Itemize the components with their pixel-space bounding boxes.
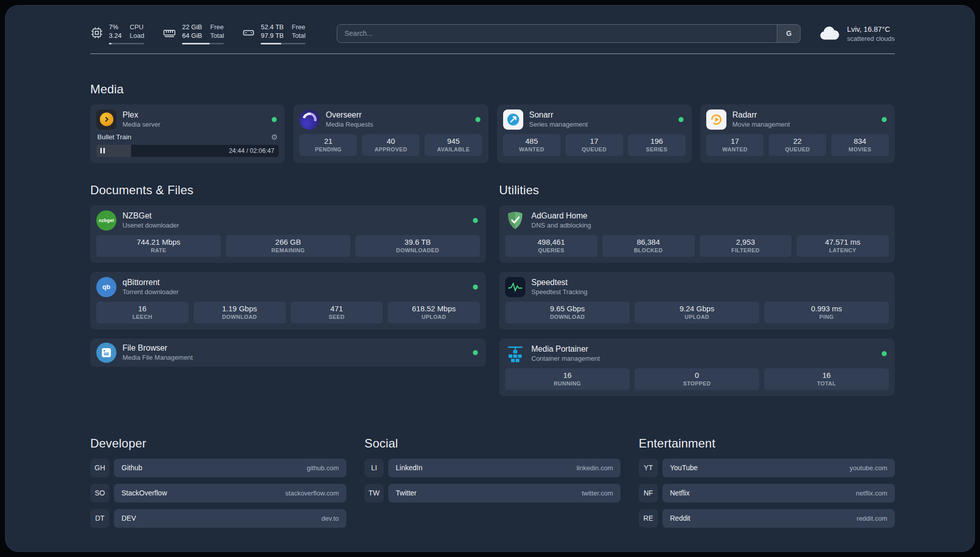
weather-condition: scattered clouds bbox=[847, 35, 895, 42]
status-dot bbox=[473, 285, 478, 290]
stat-value: 485 bbox=[505, 137, 559, 145]
stat-value: 21 bbox=[301, 137, 355, 145]
status-dot bbox=[272, 117, 277, 122]
stat-label: WANTED bbox=[708, 146, 762, 152]
stat-series: 196 SERIES bbox=[628, 134, 686, 156]
bookmark-reddit[interactable]: RE Reddit reddit.com bbox=[639, 509, 895, 528]
stat-label: STOPPED bbox=[637, 380, 757, 386]
stat-value: 1.19 Gbps bbox=[196, 304, 284, 313]
service-name: File Browser bbox=[122, 343, 467, 354]
stat-movies: 834 MOVIES bbox=[831, 134, 889, 156]
topbar: 7% 3.24 CPU Load bbox=[90, 23, 895, 44]
stat-value: 47.571 ms bbox=[799, 238, 887, 246]
pause-icon[interactable] bbox=[100, 148, 105, 153]
stat-upload: 618.52 Mbps UPLOAD bbox=[388, 302, 480, 323]
bookmark-domain: linkedin.com bbox=[577, 464, 613, 472]
qbittorrent-icon-text: qb bbox=[102, 283, 110, 291]
section-title-utilities: Utilities bbox=[499, 183, 895, 197]
bookmark-linkedin[interactable]: LI LinkedIn linkedin.com bbox=[364, 459, 621, 477]
cpu-label: CPU bbox=[130, 23, 144, 32]
stat-label: APPROVED bbox=[364, 146, 417, 152]
service-subtitle: Media Requests bbox=[326, 121, 469, 129]
stat-upload: 9.24 Gbps UPLOAD bbox=[635, 302, 759, 323]
stat-label: SEED bbox=[293, 314, 381, 320]
bookmark-youtube[interactable]: YT YouTube youtube.com bbox=[639, 459, 895, 477]
bookmark-dev[interactable]: DT DEV dev.to bbox=[90, 509, 346, 528]
bookmark-abbr: NF bbox=[639, 484, 658, 503]
disk-free-label: Free bbox=[292, 23, 305, 32]
weather-widget: Lviv, 16.87°C scattered clouds bbox=[818, 24, 895, 43]
service-card-plex[interactable]: Plex Media server Bullet Train ⚙ 24:44 /… bbox=[90, 104, 285, 163]
nzbget-icon-text: nzbget bbox=[99, 218, 114, 223]
stat-value: 17 bbox=[708, 137, 762, 145]
stat-label: PENDING bbox=[301, 146, 355, 152]
stat-wanted: 17 WANTED bbox=[706, 134, 764, 156]
stat-label: WANTED bbox=[505, 146, 559, 152]
weather-location: Lviv, 16.87°C bbox=[847, 25, 895, 35]
stat-approved: 40 APPROVED bbox=[362, 134, 419, 156]
stat-value: 0 bbox=[637, 371, 757, 379]
service-subtitle: Movie management bbox=[732, 121, 876, 129]
stat-value: 16 bbox=[98, 304, 187, 313]
stat-value: 618.52 Mbps bbox=[390, 304, 478, 313]
stat-value: 834 bbox=[833, 137, 887, 145]
memory-total-label: Total bbox=[210, 32, 224, 40]
bookmark-abbr: DT bbox=[90, 509, 109, 528]
stat-running: 16 RUNNING bbox=[505, 368, 630, 390]
disk-free-value: 52.4 TB bbox=[261, 23, 283, 32]
service-card-nzbget[interactable]: nzbget NZBGet Usenet downloader 744.21 M… bbox=[90, 205, 486, 263]
bookmark-abbr: LI bbox=[364, 459, 384, 477]
bookmark-twitter[interactable]: TW Twitter twitter.com bbox=[364, 484, 621, 503]
stat-value: 86,384 bbox=[604, 238, 693, 246]
status-dot bbox=[882, 117, 887, 122]
cpu-usage-bar bbox=[109, 43, 144, 44]
stat-label: REMAINING bbox=[228, 247, 348, 253]
overseerr-icon bbox=[299, 109, 320, 130]
stat-download: 1.19 Gbps DOWNLOAD bbox=[194, 302, 286, 323]
bookmark-group-title: Social bbox=[364, 436, 621, 451]
plex-now-playing: Bullet Train ⚙ 24:44 / 02:06:47 bbox=[96, 133, 279, 157]
stat-filtered: 2,953 FILTERED bbox=[700, 235, 792, 257]
search-input[interactable] bbox=[337, 25, 777, 42]
stat-blocked: 86,384 BLOCKED bbox=[602, 235, 695, 257]
disk-widget: 52.4 TB 97.9 TB Free Total bbox=[242, 23, 305, 44]
bookmark-netflix[interactable]: NF Netflix netflix.com bbox=[639, 484, 895, 503]
service-card-overseerr[interactable]: Overseerr Media Requests 21 PENDING 40 A… bbox=[293, 104, 488, 163]
service-card-radarr[interactable]: Radarr Movie management 17 WANTED 22 QUE… bbox=[700, 104, 895, 163]
gear-icon[interactable]: ⚙ bbox=[271, 133, 278, 142]
sonarr-icon bbox=[503, 109, 523, 130]
bookmark-domain: dev.to bbox=[322, 515, 339, 522]
service-card-sonarr[interactable]: Sonarr Series management 485 WANTED 17 Q… bbox=[497, 104, 692, 163]
stat-value: 471 bbox=[293, 304, 381, 313]
disk-total-label: Total bbox=[292, 32, 305, 40]
service-card-portainer[interactable]: Media Portainer Container management 16 … bbox=[499, 339, 895, 396]
speedtest-icon bbox=[505, 277, 525, 297]
stat-value: 16 bbox=[766, 371, 887, 379]
service-card-qbittorrent[interactable]: qb qBittorrent Torrent downloader 16 LEE… bbox=[90, 272, 486, 329]
service-card-filebrowser[interactable]: File Browser Media File Management bbox=[90, 339, 486, 367]
bookmark-group-developer: Developer GH Github github.com SO StackO… bbox=[90, 436, 346, 534]
status-dot bbox=[882, 351, 887, 356]
adguard-icon bbox=[505, 210, 525, 231]
bookmark-github[interactable]: GH Github github.com bbox=[90, 459, 346, 477]
stat-label: DOWNLOAD bbox=[196, 314, 284, 320]
bookmark-stackoverflow[interactable]: SO StackOverflow stackoverflow.com bbox=[90, 484, 346, 503]
service-name: Radarr bbox=[732, 110, 876, 121]
service-name: Media Portainer bbox=[531, 344, 876, 355]
stat-value: 40 bbox=[364, 137, 417, 145]
stat-label: QUERIES bbox=[507, 247, 595, 253]
cpu-chip-icon bbox=[90, 23, 103, 43]
search-provider-button[interactable]: G bbox=[777, 25, 800, 42]
memory-icon bbox=[162, 23, 176, 43]
service-name: Speedtest bbox=[531, 277, 889, 288]
bookmark-abbr: GH bbox=[90, 459, 109, 477]
stat-label: RATE bbox=[98, 247, 219, 253]
stat-latency: 47.571 ms LATENCY bbox=[797, 235, 889, 257]
service-card-adguard[interactable]: AdGuard Home DNS and adblocking 498,461 … bbox=[499, 205, 895, 263]
cpu-widget: 7% 3.24 CPU Load bbox=[90, 23, 144, 44]
plex-icon bbox=[96, 109, 116, 130]
stat-label: UPLOAD bbox=[637, 314, 757, 320]
service-card-speedtest[interactable]: Speedtest Speedtest Tracking 9.65 Gbps D… bbox=[499, 272, 895, 329]
service-subtitle: DNS and adblocking bbox=[531, 221, 889, 230]
playback-progress-bar[interactable]: 24:44 / 02:06:47 bbox=[96, 145, 279, 157]
